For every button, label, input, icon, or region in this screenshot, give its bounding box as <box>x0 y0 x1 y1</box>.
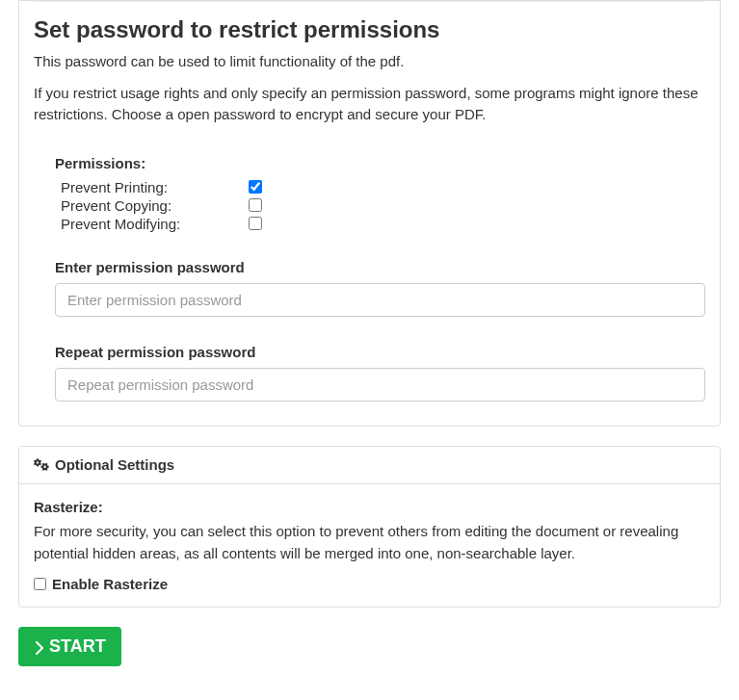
permissions-table: Prevent Printing: Prevent Copying: Preve… <box>55 179 705 232</box>
prevent-modifying-label: Prevent Modifying: <box>61 216 249 232</box>
prevent-copying-row: Prevent Copying: <box>61 197 705 214</box>
permissions-block: Permissions: Prevent Printing: Prevent C… <box>34 136 705 411</box>
prevent-printing-row: Prevent Printing: <box>61 179 705 195</box>
gears-icon <box>34 457 49 471</box>
enable-rasterize-checkbox[interactable] <box>34 578 46 590</box>
enable-rasterize-label[interactable]: Enable Rasterize <box>52 576 168 592</box>
optional-settings-title: Optional Settings <box>55 456 174 473</box>
restrict-permissions-panel: Set password to restrict permissions Thi… <box>18 0 721 427</box>
enter-permission-password-input[interactable] <box>55 283 705 317</box>
prevent-printing-label: Prevent Printing: <box>61 179 249 195</box>
rasterize-desc: For more security, you can select this o… <box>34 521 705 564</box>
restrict-desc1: This password can be used to limit funct… <box>34 51 705 73</box>
rasterize-label: Rasterize: <box>34 499 705 515</box>
optional-settings-heading[interactable]: Optional Settings <box>19 447 720 485</box>
permissions-label: Permissions: <box>55 155 705 171</box>
start-button[interactable]: START <box>18 627 121 666</box>
start-button-label: START <box>49 636 106 657</box>
restrict-desc2: If you restrict usage rights and only sp… <box>34 83 705 126</box>
optional-settings-panel: Optional Settings Rasterize: For more se… <box>18 446 721 609</box>
prevent-modifying-row: Prevent Modifying: <box>61 216 705 232</box>
optional-settings-body: Rasterize: For more security, you can se… <box>19 484 720 607</box>
enable-rasterize-row: Enable Rasterize <box>34 576 705 592</box>
repeat-permission-password-input[interactable] <box>55 368 705 402</box>
prevent-printing-checkbox[interactable] <box>249 180 262 194</box>
prevent-copying-label: Prevent Copying: <box>61 197 249 214</box>
chevron-right-icon <box>34 640 43 654</box>
repeat-permission-password-label: Repeat permission password <box>55 344 705 360</box>
enter-permission-password-label: Enter permission password <box>55 259 705 275</box>
prevent-copying-checkbox[interactable] <box>249 198 262 212</box>
restrict-permissions-body: Set password to restrict permissions Thi… <box>19 2 720 426</box>
prevent-modifying-checkbox[interactable] <box>249 217 262 230</box>
restrict-heading: Set password to restrict permissions <box>34 16 705 43</box>
